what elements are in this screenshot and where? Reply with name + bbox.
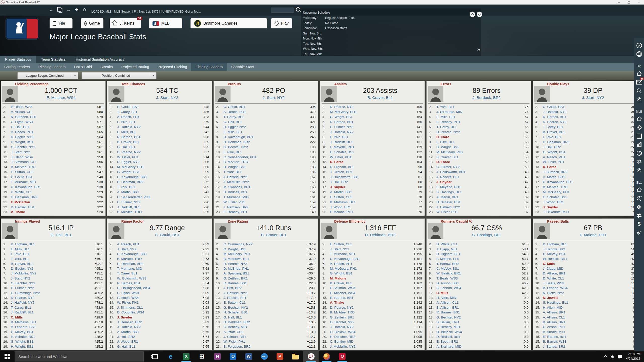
player-link[interactable]: L. Pike, BL1 xyxy=(11,252,94,256)
subtab-streaks[interactable]: Streaks xyxy=(96,63,117,71)
player-link[interactable]: G. Hall, BL1 xyxy=(223,120,310,124)
player-link[interactable]: R. Barnes, BS1 xyxy=(330,120,416,124)
player-link[interactable]: E. Booth, BR2 xyxy=(436,340,524,343)
player-link[interactable]: G. Zettlein, BR1 xyxy=(223,276,307,280)
leader-portrait[interactable] xyxy=(321,223,337,239)
player-link[interactable]: C. Mills xyxy=(11,315,94,319)
player-link[interactable]: J. McMullin, NY2 xyxy=(11,271,94,275)
player-link[interactable]: C. Sensenderfer, PH1 xyxy=(117,195,203,199)
sidebar-transactions-icon[interactable] xyxy=(634,157,644,166)
player-link[interactable]: A. Thake xyxy=(330,301,413,304)
player-link[interactable]: T. Barlow, BR2 xyxy=(543,247,631,251)
player-link[interactable]: H. Wright, BS1 xyxy=(11,345,94,348)
player-link[interactable]: J. Snyder xyxy=(117,315,203,319)
leader-name[interactable]: G. Hall, BL1 xyxy=(19,233,103,237)
player-link[interactable]: C. Cummings, NY2 xyxy=(223,242,307,246)
player-link[interactable]: D. Pearce, NY2 xyxy=(11,296,94,300)
player-link[interactable]: C. Bentley, MID xyxy=(223,325,307,329)
player-link[interactable]: W. Bestick, BR1 xyxy=(436,271,522,275)
player-link[interactable]: C. Mills xyxy=(436,291,522,295)
sidebar-transactions-icon[interactable] xyxy=(634,211,644,220)
player-link[interactable]: G. Wright, BS1 xyxy=(543,150,631,154)
start-button[interactable] xyxy=(0,351,15,362)
leader-portrait[interactable] xyxy=(108,86,124,102)
player-link[interactable]: C. Gould, BS1 xyxy=(543,105,631,109)
player-link[interactable]: W. Fisler, PH1 xyxy=(117,301,203,304)
manager-menu-button[interactable]: J. Kerns 35 xyxy=(110,18,141,28)
sidebar-home-icon[interactable] xyxy=(634,186,644,194)
player-link[interactable]: L. Pike, BL1 xyxy=(436,140,525,144)
player-link[interactable]: N. Hicks, NY2 xyxy=(543,291,631,295)
excel-icon[interactable]: X xyxy=(178,351,194,362)
player-link[interactable]: E. Mills, BL1 xyxy=(117,130,203,134)
player-link[interactable]: T. Murnane, MID xyxy=(330,252,413,256)
player-link[interactable]: G. Wright, BS1 xyxy=(330,115,416,119)
player-link[interactable]: A. Martin, BR1 xyxy=(543,175,631,179)
player-link[interactable]: L. Pike, BL1 xyxy=(330,135,416,139)
player-link[interactable]: B. Allison, BR1 xyxy=(436,306,524,309)
notifications-icon[interactable] xyxy=(618,355,622,358)
store-icon[interactable]: ⊞ xyxy=(194,351,210,362)
subtab-pitching-leaders[interactable]: Pitching Leaders xyxy=(34,63,70,71)
player-link[interactable]: J. Clapp, MID xyxy=(436,247,522,251)
sidebar-dollar-icon[interactable]: $ xyxy=(634,220,644,228)
player-link[interactable]: J. Remsen, BR2 xyxy=(223,205,310,209)
player-link[interactable]: T. Beals, WS3 xyxy=(543,281,631,285)
player-link[interactable]: T. York, BL1 xyxy=(436,105,525,109)
player-link[interactable]: G. Bechtel, NY2 xyxy=(223,306,307,309)
leader-portrait[interactable] xyxy=(2,86,18,102)
player-link[interactable]: A. Martin, BR1 xyxy=(117,330,203,334)
player-link[interactable]: H. Dehlman, BR2 xyxy=(117,262,203,266)
player-link[interactable]: C. Flynn, WS3 xyxy=(11,120,96,124)
player-link[interactable]: J. Snyder xyxy=(543,205,631,209)
league-scope-dropdown[interactable]: League Scope: Combined ▾ xyxy=(17,72,78,79)
player-link[interactable]: J. Clinton, BR1 xyxy=(330,170,418,174)
player-link[interactable]: U. Kavanaugh, BR1 xyxy=(11,185,96,189)
player-link[interactable]: C. McVey, BS1 xyxy=(11,330,94,334)
player-link[interactable]: W. Fisler, PH1 xyxy=(330,155,416,159)
player-link[interactable]: B. Mathews, BL1 xyxy=(223,257,307,261)
player-link[interactable]: U. Kavanaugh, BR1 xyxy=(117,252,203,256)
player-link[interactable]: T. York, BL1 xyxy=(11,257,94,261)
player-link[interactable]: A. Thake xyxy=(11,210,96,214)
player-link[interactable]: T. Murnane, MID xyxy=(223,195,310,199)
player-link[interactable]: B. Arnold, MID xyxy=(543,330,633,334)
sidebar-diamond-icon[interactable] xyxy=(634,123,644,132)
player-link[interactable]: R. Barnes, BS1 xyxy=(117,135,203,139)
player-link[interactable]: L. Pike, BL1 xyxy=(117,120,203,124)
favorite-star-icon[interactable]: ★ xyxy=(74,7,79,13)
player-link[interactable]: S. Hastings, BL1 xyxy=(436,190,525,194)
leader-name[interactable]: B. Craver, BL1 xyxy=(338,95,423,100)
player-link[interactable]: G. Wright, BS1 xyxy=(11,340,94,343)
player-link[interactable]: J. Hatfield, NY2 xyxy=(543,110,631,114)
player-link[interactable]: J. Hatfield, NY2 xyxy=(117,325,203,329)
player-link[interactable]: M. Swandell, BR1 xyxy=(223,185,310,189)
player-link[interactable]: D. Pearce, NY2 xyxy=(117,150,203,154)
leader-portrait[interactable] xyxy=(215,223,231,239)
taskbar-search-input[interactable] xyxy=(15,351,144,361)
sidebar-gear-icon[interactable] xyxy=(634,95,644,104)
outlook-icon[interactable]: O xyxy=(225,351,241,362)
sidebar-globe-icon[interactable] xyxy=(634,50,644,58)
player-link[interactable]: J. Radcliff, BL1 xyxy=(117,205,203,209)
leader-name[interactable]: J. Start, NY2 xyxy=(125,95,210,100)
player-link[interactable]: J. Hatfield, NY2 xyxy=(11,301,94,304)
player-link[interactable]: G. Wright, BS1 xyxy=(436,145,525,149)
player-link[interactable]: A. Reach, PH1 xyxy=(543,155,631,159)
leader-name[interactable]: F. Malone, PH1 xyxy=(551,233,635,237)
player-link[interactable]: C. Flynn, WS3 xyxy=(117,291,203,295)
player-link[interactable]: G. Hall, BL1 xyxy=(117,345,203,348)
player-link[interactable]: A. Leonard, BS1 xyxy=(11,325,94,329)
player-link[interactable]: J. Hatfield, NY2 xyxy=(330,325,414,329)
sidebar-gear-icon[interactable] xyxy=(634,166,644,175)
player-link[interactable]: E. Mills, BL1 xyxy=(11,247,94,251)
player-link[interactable]: R. Barnes, BS1 xyxy=(223,281,307,285)
player-link[interactable]: J. Hall, BR2 xyxy=(543,145,631,149)
player-link[interactable]: A. Reach, PH1 xyxy=(117,115,203,119)
player-link[interactable]: G. Wright, BS1 xyxy=(117,170,203,174)
player-link[interactable]: J. Simmons, CL1 xyxy=(117,306,203,309)
player-link[interactable]: L. Pike, BL1 xyxy=(223,150,310,154)
play-menu-button[interactable]: Play xyxy=(271,18,292,28)
player-link[interactable]: B. Craver, BL1 xyxy=(436,155,525,159)
sidebar-gear-icon[interactable] xyxy=(634,228,644,237)
